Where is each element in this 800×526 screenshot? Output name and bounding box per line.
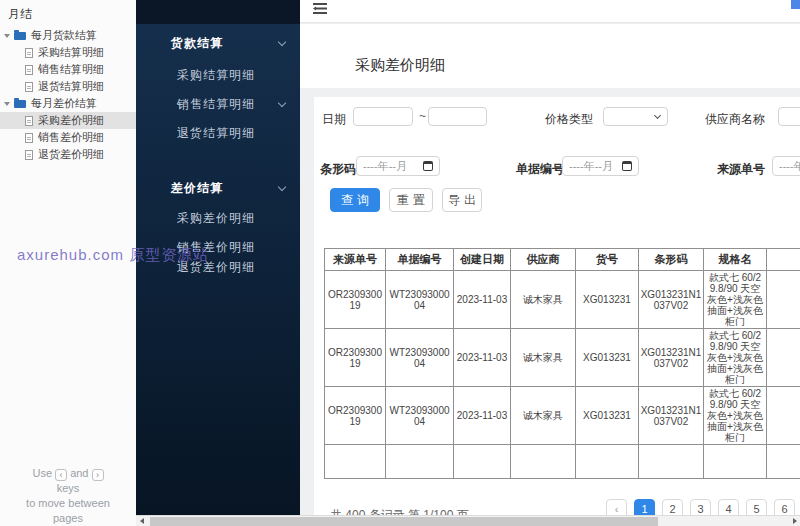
month-placeholder: ----年--月 [779,159,800,174]
right-key-icon: › [92,469,104,481]
month-placeholder: ----年--月 [569,159,622,174]
left-key-icon: ‹ [55,469,67,481]
cell-date: 2023-11-03 [454,329,511,387]
nav-item-label: 采购结算明细 [136,67,255,84]
nav-group-price-diff-settle[interactable]: 差价结算 [136,180,300,196]
content-card: 日期 ~ 价格类型 供应商名称 条形码 ----年--月 单据编号 ----年-… [314,97,800,526]
reset-button[interactable]: 重置 [389,188,433,212]
nav-header-block [136,0,300,24]
barcode-month-input[interactable]: ----年--月 [356,156,440,176]
tree-folder-monthly-payment[interactable]: 每月货款结算 [0,27,136,44]
nav-group-label: 货款结算 [136,35,223,52]
scrollbar-thumb[interactable] [150,517,658,526]
chevron-down-icon [654,112,661,119]
cell-source-no: OR230930019 [325,387,386,445]
cell-supplier: 诚木家具 [511,329,576,387]
cell-source-no: OR230930019 [325,329,386,387]
scroll-right-button[interactable] [789,516,800,526]
table-header-row: 来源单号 单据编号 创建日期 供应商 货号 条形码 规格名 仓库名 [325,249,800,271]
main-content: 采购差价明细 日期 ~ 价格类型 供应商名称 条形码 ----年--月 单据编号… [300,0,800,526]
cell-spec: 款式七 60/29.8/90 天空灰色+浅灰色抽面+浅灰色柜门 [704,387,767,445]
search-button[interactable]: 查询 [330,188,380,212]
nav-item-purchase-settle[interactable]: 采购结算明细 [136,67,300,83]
tree-folder-label: 每月差价结算 [31,96,97,111]
cell-warehouse: 40 [767,387,800,445]
tree-item-return-diff[interactable]: 退货差价明细 [0,146,136,163]
tree-folder-label: 每月货款结算 [31,28,97,43]
col-header: 来源单号 [325,249,386,271]
document-icon [25,65,33,75]
tree-item-sales-settle[interactable]: 销售结算明细 [0,61,136,78]
tree-item-label: 采购结算明细 [38,45,104,60]
chevron-down-icon [278,183,286,191]
hint-text: to move between [26,497,110,509]
table-row: OR230930019 WT2309300004 2023-11-03 诚木家具… [325,387,800,445]
calendar-icon[interactable] [423,161,433,171]
price-type-label: 价格类型 [545,111,593,128]
tree-item-label: 退货结算明细 [38,79,104,94]
nav-group-payment-settle[interactable]: 货款结算 [136,35,300,51]
corner-accent-square [791,0,800,9]
tree-item-label: 销售结算明细 [38,62,104,77]
doc-no-month-input[interactable]: ----年--月 [562,156,639,176]
expander-down-icon[interactable] [4,102,10,106]
keyboard-hint: Use ‹ and › keys to move between pages [0,466,136,526]
source-no-month-input[interactable]: ----年--月 [772,156,800,176]
nav-item-purchase-diff[interactable]: 采购差价明细 [136,210,300,226]
col-header: 规格名 [704,249,767,271]
supplier-name-input[interactable] [778,107,800,126]
cell-doc-no: WT2309300004 [386,329,454,387]
date-start-input[interactable] [353,107,413,126]
hint-text: Use [32,467,52,479]
source-no-label: 来源单号 [717,161,765,178]
supplier-name-label: 供应商名称 [705,111,765,128]
doc-no-label: 单据编号 [516,161,564,178]
col-header: 供应商 [511,249,576,271]
triangle-right-icon [793,518,797,524]
table-row: OR230930019 WT2309300004 2023-11-03 诚木家具… [325,271,800,329]
nav-item-sales-settle[interactable]: 销售结算明细 [136,96,300,112]
chevron-down-icon [278,99,286,107]
folder-icon [14,100,26,108]
tree-item-return-settle[interactable]: 退货结算明细 [0,78,136,95]
calendar-icon[interactable] [622,161,632,171]
tree-item-sales-diff[interactable]: 销售差价明细 [0,129,136,146]
horizontal-scrollbar[interactable] [136,515,800,526]
cell-spec: 款式七 60/29.8/90 天空灰色+浅灰色抽面+浅灰色柜门 [704,329,767,387]
table-row-empty [325,445,800,479]
tree-folder-monthly-price-diff[interactable]: 每月差价结算 [0,95,136,112]
cell-warehouse: 40 [767,329,800,387]
tree-item-label: 采购差价明细 [38,113,104,128]
data-table: 来源单号 单据编号 创建日期 供应商 货号 条形码 规格名 仓库名 OR2309… [324,248,800,479]
cell-spec: 款式七 60/29.8/90 天空灰色+浅灰色抽面+浅灰色柜门 [704,271,767,329]
tree-item-purchase-settle[interactable]: 采购结算明细 [0,44,136,61]
cell-date: 2023-11-03 [454,387,511,445]
collapse-menu-icon[interactable] [313,3,327,14]
cell-doc-no: WT2309300004 [386,387,454,445]
document-icon [25,82,33,92]
col-header: 货号 [576,249,639,271]
document-icon [25,150,33,160]
topbar [300,0,800,23]
nav-item-label: 退货结算明细 [136,125,255,142]
folder-icon [14,32,26,40]
barcode-label: 条形码 [320,161,356,178]
nav-item-label: 销售结算明细 [136,96,255,113]
export-button[interactable]: 导出 [442,188,482,212]
triangle-left-icon [140,518,144,524]
scroll-left-button[interactable] [136,516,147,526]
nav-group-label: 差价结算 [136,180,223,197]
document-icon [25,48,33,58]
price-type-select[interactable] [603,107,668,126]
nav-item-return-settle[interactable]: 退货结算明细 [136,125,300,141]
col-header: 条形码 [639,249,704,271]
date-end-input[interactable] [428,107,487,126]
expander-down-icon[interactable] [4,34,10,38]
cell-warehouse: 40 [767,271,800,329]
nav-item-label: 采购差价明细 [136,210,255,227]
tree-item-purchase-diff-selected[interactable]: 采购差价明细 [0,112,136,129]
tree-panel-title: 月结 [0,0,136,27]
tree-item-label: 退货差价明细 [38,147,104,162]
title-section: 采购差价明细 [300,24,800,88]
cell-item-no: XG013231 [576,387,639,445]
